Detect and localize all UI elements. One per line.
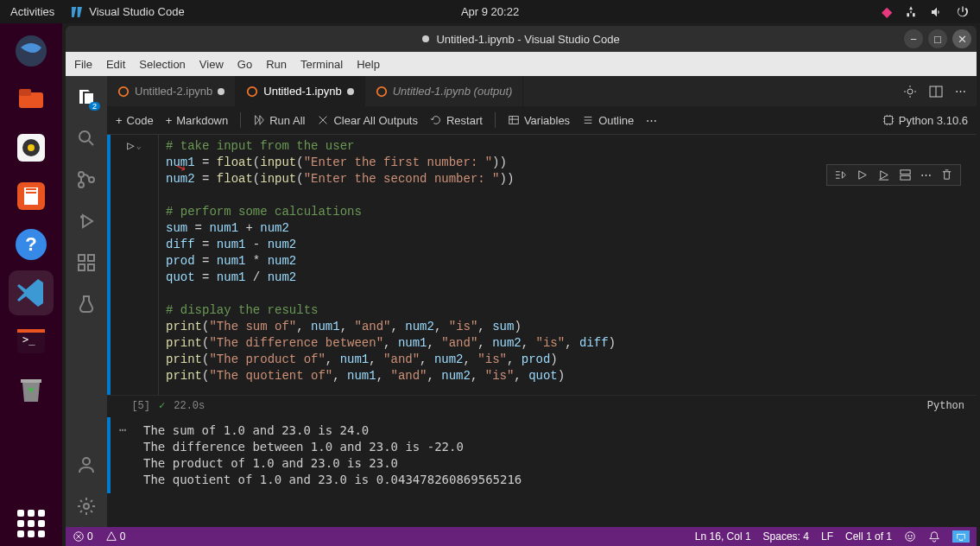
activity-accounts[interactable] bbox=[74, 453, 98, 477]
add-code-button[interactable]: + Code bbox=[116, 114, 154, 127]
run-by-line-icon[interactable] bbox=[834, 168, 847, 181]
svg-rect-20 bbox=[79, 264, 85, 270]
menu-view[interactable]: View bbox=[199, 58, 224, 71]
svg-text:?: ? bbox=[25, 233, 36, 255]
dock-vscode[interactable] bbox=[9, 270, 54, 315]
run-config-icon[interactable] bbox=[903, 85, 917, 98]
status-feedback-icon[interactable] bbox=[904, 530, 916, 543]
window-titlebar: Untitled-1.ipynb - Visual Studio Code − … bbox=[66, 26, 977, 52]
tab-untitled-1-ipynb[interactable]: Untitled-1.ipynb bbox=[236, 76, 364, 106]
svg-rect-19 bbox=[79, 255, 85, 261]
tab-untitled-1-ipynb--output-[interactable]: Untitled-1.ipynb (output) bbox=[365, 76, 524, 106]
clear-outputs-button[interactable]: Clear All Outputs bbox=[317, 114, 418, 127]
execute-above-icon[interactable] bbox=[877, 168, 890, 181]
run-all-button[interactable]: Run All bbox=[253, 114, 305, 127]
dock-rhythmbox[interactable] bbox=[9, 125, 54, 170]
editor-area: Untitled-2.ipynbUntitled-1.ipynbUntitled… bbox=[107, 76, 977, 527]
tab-untitled-2-ipynb[interactable]: Untitled-2.ipynb bbox=[107, 76, 236, 106]
status-bar: 0 0 Ln 16, Col 1 Spaces: 4 LF Cell 1 of … bbox=[66, 527, 977, 546]
dock-apps-grid[interactable] bbox=[17, 510, 45, 537]
delete-cell-icon[interactable] bbox=[940, 168, 953, 181]
svg-point-16 bbox=[79, 182, 84, 187]
svg-text:>_: >_ bbox=[22, 333, 35, 346]
svg-rect-31 bbox=[884, 117, 892, 124]
cell-floating-toolbar: ⋯ bbox=[826, 164, 961, 186]
dock-files[interactable] bbox=[9, 77, 54, 122]
restart-button[interactable]: Restart bbox=[430, 114, 483, 127]
cell-output: ⋯ The sum of 1.0 and 23.0 is 24.0 The di… bbox=[107, 417, 977, 493]
clock[interactable]: Apr 9 20:22 bbox=[461, 5, 519, 18]
explorer-badge: 2 bbox=[89, 102, 100, 111]
toolbar-more-icon[interactable]: ⋯ bbox=[646, 114, 657, 127]
kernel-picker[interactable]: Python 3.10.6 bbox=[882, 114, 968, 127]
svg-rect-12 bbox=[17, 329, 45, 333]
jupyter-file-icon bbox=[117, 86, 130, 98]
power-icon[interactable] bbox=[956, 5, 970, 19]
run-cell-icon[interactable]: ▷ bbox=[127, 138, 134, 395]
window-close-button[interactable]: ✕ bbox=[952, 29, 971, 48]
cell-language[interactable]: Python bbox=[927, 398, 977, 415]
app-menu[interactable]: Visual Studio Code bbox=[70, 5, 184, 19]
cell-more-icon[interactable]: ⋯ bbox=[920, 168, 932, 181]
status-warnings[interactable]: 0 bbox=[105, 530, 126, 543]
status-ports-icon[interactable] bbox=[952, 530, 970, 543]
lens-indicator-icon[interactable]: ◆ bbox=[882, 3, 892, 20]
status-cursor[interactable]: Ln 16, Col 1 bbox=[695, 530, 751, 543]
execute-cell-icon[interactable] bbox=[856, 168, 869, 181]
vscode-window: Untitled-1.ipynb - Visual Studio Code − … bbox=[66, 26, 977, 546]
activity-debug[interactable] bbox=[74, 209, 98, 233]
status-cell[interactable]: Cell 1 of 1 bbox=[845, 530, 892, 543]
exec-count: [5] bbox=[116, 398, 150, 415]
add-markdown-button[interactable]: + Markdown bbox=[166, 114, 229, 127]
exec-time: 22.0s bbox=[174, 398, 205, 415]
svg-point-14 bbox=[79, 131, 90, 142]
dock-thunderbird[interactable] bbox=[9, 29, 54, 73]
jupyter-file-icon bbox=[246, 86, 258, 98]
gnome-topbar: Activities Visual Studio Code Apr 9 20:2… bbox=[0, 0, 980, 23]
dock-software[interactable] bbox=[9, 174, 54, 219]
dirty-dot-icon bbox=[218, 88, 224, 95]
menu-bar: FileEditSelectionViewGoRunTerminalHelp bbox=[66, 52, 977, 76]
menu-go[interactable]: Go bbox=[237, 58, 252, 71]
status-errors[interactable]: 0 bbox=[73, 530, 93, 543]
window-maximize-button[interactable]: □ bbox=[928, 29, 947, 48]
activity-explorer[interactable]: 2 bbox=[74, 85, 98, 109]
notebook-toolbar: + Code + Markdown Run All Clear All Outp… bbox=[107, 106, 977, 135]
activity-testing[interactable] bbox=[74, 292, 98, 316]
status-spaces[interactable]: Spaces: 4 bbox=[763, 530, 809, 543]
dock-trash[interactable] bbox=[9, 367, 54, 412]
chevron-down-icon[interactable]: ⌄ bbox=[136, 138, 142, 395]
dock-terminal[interactable]: >_ bbox=[9, 319, 54, 364]
more-actions-icon[interactable]: ⋯ bbox=[955, 85, 966, 98]
status-eol[interactable]: LF bbox=[821, 530, 833, 543]
split-cell-icon[interactable] bbox=[899, 168, 912, 181]
activity-scm[interactable] bbox=[74, 168, 98, 192]
svg-point-37 bbox=[911, 535, 913, 536]
split-editor-icon[interactable] bbox=[929, 85, 943, 98]
tab-actions: ⋯ bbox=[903, 76, 977, 106]
menu-edit[interactable]: Edit bbox=[106, 58, 125, 71]
menu-run[interactable]: Run bbox=[266, 58, 287, 71]
output-more-icon[interactable]: ⋯ bbox=[111, 417, 136, 493]
volume-icon[interactable] bbox=[930, 5, 944, 19]
svg-point-24 bbox=[84, 504, 89, 509]
svg-rect-22 bbox=[88, 255, 94, 261]
dock-help[interactable]: ? bbox=[9, 222, 54, 267]
success-check-icon: ✓ bbox=[159, 398, 165, 415]
outline-button[interactable]: Outline bbox=[582, 114, 634, 127]
svg-point-15 bbox=[79, 172, 84, 177]
network-icon[interactable] bbox=[904, 5, 918, 19]
activities-button[interactable]: Activities bbox=[10, 5, 54, 18]
ubuntu-dock: ? >_ bbox=[0, 23, 62, 546]
menu-selection[interactable]: Selection bbox=[139, 58, 185, 71]
activity-extensions[interactable] bbox=[74, 251, 98, 275]
menu-terminal[interactable]: Terminal bbox=[300, 58, 343, 71]
status-bell-icon[interactable] bbox=[928, 530, 940, 543]
variables-button[interactable]: Variables bbox=[508, 114, 570, 127]
menu-help[interactable]: Help bbox=[357, 58, 380, 71]
activity-search[interactable] bbox=[74, 126, 98, 150]
svg-point-27 bbox=[376, 86, 386, 96]
activity-settings[interactable] bbox=[74, 494, 98, 518]
window-minimize-button[interactable]: − bbox=[904, 29, 923, 48]
menu-file[interactable]: File bbox=[74, 58, 92, 71]
